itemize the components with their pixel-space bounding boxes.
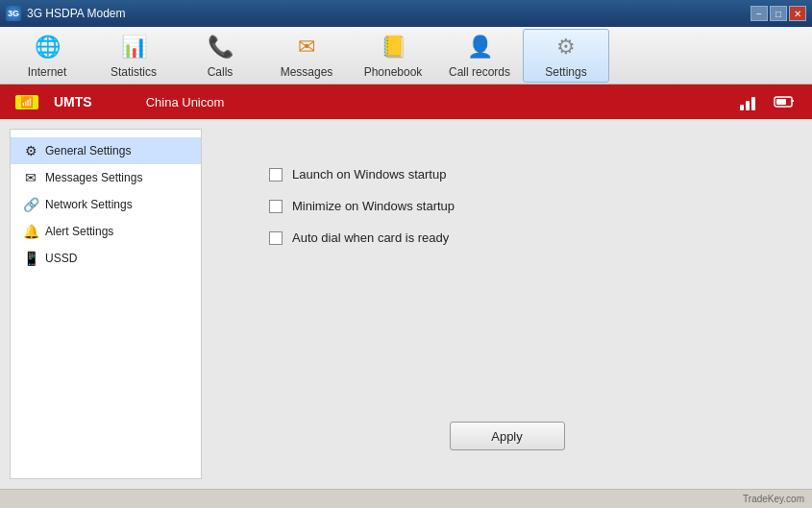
main-content: ⚙ General Settings ✉ Messages Settings 🔗… bbox=[0, 119, 812, 489]
window-controls: − □ ✕ bbox=[750, 6, 806, 21]
status-text: TradeKey.com bbox=[743, 494, 804, 504]
sidebar-general-label: General Settings bbox=[45, 144, 131, 157]
sidebar-item-alert[interactable]: 🔔 Alert Settings bbox=[11, 218, 201, 245]
sidebar: ⚙ General Settings ✉ Messages Settings 🔗… bbox=[10, 129, 202, 479]
phonebook-icon: 📒 bbox=[378, 32, 408, 62]
sidebar-alert-label: Alert Settings bbox=[45, 225, 113, 238]
connection-icon[interactable] bbox=[770, 88, 797, 115]
toolbar-settings[interactable]: ⚙ Settings bbox=[523, 29, 609, 83]
minimize-checkbox[interactable] bbox=[269, 200, 283, 213]
svg-rect-2 bbox=[751, 97, 755, 110]
title-bar-left: 3G 3G HSDPA Modem bbox=[6, 6, 125, 21]
messages-settings-icon: ✉ bbox=[22, 169, 39, 186]
window-title: 3G HSDPA Modem bbox=[27, 7, 125, 20]
maximize-button[interactable]: □ bbox=[770, 6, 787, 21]
sidebar-messages-label: Messages Settings bbox=[45, 171, 142, 184]
toolbar-messages-label: Messages bbox=[281, 65, 333, 79]
sidebar-item-messages[interactable]: ✉ Messages Settings bbox=[11, 164, 201, 191]
callrecords-icon: 👤 bbox=[464, 32, 495, 62]
checkbox-row-autodial: Auto dial when card is ready bbox=[269, 230, 783, 245]
header-left: 📶 UMTS China Unicom bbox=[15, 94, 224, 109]
checkbox-row-minimize: Minimize on Windows startup bbox=[269, 199, 783, 213]
toolbar-callrecords-label: Call records bbox=[449, 65, 510, 79]
close-button[interactable]: ✕ bbox=[789, 6, 806, 21]
autodial-label: Auto dial when card is ready bbox=[292, 230, 449, 245]
toolbar-callrecords[interactable]: 👤 Call records bbox=[436, 29, 523, 83]
sidebar-network-label: Network Settings bbox=[45, 198, 133, 211]
toolbar-settings-label: Settings bbox=[545, 65, 586, 79]
signal-icon: 📶 bbox=[20, 96, 34, 108]
svg-rect-0 bbox=[740, 105, 744, 110]
minimize-button[interactable]: − bbox=[750, 6, 768, 21]
header-bar: 📶 UMTS China Unicom bbox=[0, 85, 812, 119]
statistics-icon: 📊 bbox=[118, 32, 149, 62]
checkbox-row-launch: Launch on Windows startup bbox=[269, 167, 783, 181]
signal-strength-icon[interactable] bbox=[735, 88, 762, 115]
autodial-checkbox[interactable] bbox=[269, 231, 283, 245]
svg-rect-1 bbox=[746, 101, 750, 110]
toolbar-statistics-label: Statistics bbox=[111, 65, 157, 79]
checkbox-group: Launch on Windows startup Minimize on Wi… bbox=[269, 167, 783, 245]
toolbar-internet[interactable]: 🌐 Internet bbox=[4, 29, 90, 83]
title-bar: 3G 3G HSDPA Modem − □ ✕ bbox=[0, 0, 812, 27]
network-settings-icon: 🔗 bbox=[22, 196, 39, 213]
sidebar-item-ussd[interactable]: 📱 USSD bbox=[11, 245, 201, 272]
apply-button[interactable]: Apply bbox=[450, 422, 565, 450]
status-bar: TradeKey.com bbox=[0, 489, 812, 508]
header-actions bbox=[735, 88, 797, 115]
carrier-name: China Unicom bbox=[146, 95, 225, 109]
minimize-label: Minimize on Windows startup bbox=[292, 199, 455, 213]
apply-row: Apply bbox=[231, 383, 783, 470]
internet-icon: 🌐 bbox=[32, 32, 62, 62]
sidebar-item-general[interactable]: ⚙ General Settings bbox=[11, 137, 201, 164]
ussd-icon: 📱 bbox=[22, 250, 39, 267]
umts-badge: 📶 bbox=[15, 95, 38, 109]
network-type: UMTS bbox=[54, 94, 92, 109]
toolbar-phonebook-label: Phonebook bbox=[364, 65, 423, 79]
toolbar-internet-label: Internet bbox=[28, 65, 67, 79]
messages-icon: ✉ bbox=[291, 32, 322, 62]
settings-panel: Launch on Windows startup Minimize on Wi… bbox=[202, 119, 812, 489]
general-settings-icon: ⚙ bbox=[22, 142, 39, 159]
calls-icon: 📞 bbox=[205, 32, 235, 62]
sidebar-item-network[interactable]: 🔗 Network Settings bbox=[11, 191, 201, 218]
svg-rect-4 bbox=[776, 99, 786, 105]
toolbar-calls[interactable]: 📞 Calls bbox=[177, 29, 263, 83]
toolbar-calls-label: Calls bbox=[208, 65, 234, 79]
toolbar: 🌐 Internet 📊 Statistics 📞 Calls ✉ Messag… bbox=[0, 27, 812, 85]
toolbar-phonebook[interactable]: 📒 Phonebook bbox=[350, 29, 436, 83]
sidebar-ussd-label: USSD bbox=[45, 252, 77, 265]
toolbar-messages[interactable]: ✉ Messages bbox=[263, 29, 350, 83]
toolbar-statistics[interactable]: 📊 Statistics bbox=[90, 29, 177, 83]
app-icon: 3G bbox=[6, 6, 21, 21]
alert-settings-icon: 🔔 bbox=[22, 223, 39, 240]
launch-checkbox[interactable] bbox=[269, 168, 283, 181]
launch-label: Launch on Windows startup bbox=[292, 167, 446, 181]
settings-icon: ⚙ bbox=[551, 32, 581, 62]
